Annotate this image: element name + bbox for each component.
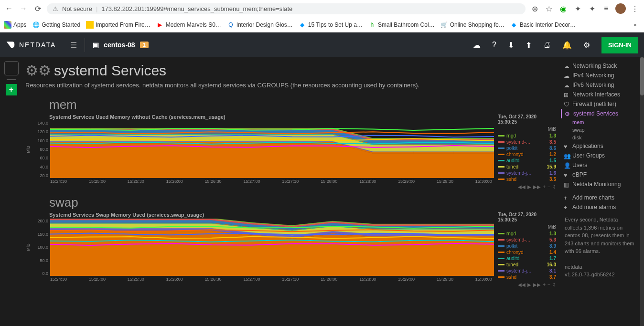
sidebar-item-label: eBPF <box>572 171 587 178</box>
url-text: 173.82.202.201:19999/#menu_services_subm… <box>101 5 292 12</box>
forward-button[interactable]: → <box>18 3 29 14</box>
legend-item[interactable]: rngd 1.3 <box>498 133 556 139</box>
sidebar-item-users[interactable]: 👤 Users <box>561 160 638 170</box>
apps-button[interactable]: Apps <box>4 21 26 29</box>
legend-name: systemd-… <box>506 139 547 145</box>
legend-name: polkit <box>506 146 547 151</box>
netdata-logo-icon <box>6 40 15 50</box>
sidebar-sub-swap[interactable]: swap <box>561 126 638 134</box>
legend-item[interactable]: rngd 1.3 <box>498 231 556 237</box>
url-bar[interactable]: ⚠ Not secure | 173.82.202.201:19999/#men… <box>47 3 526 14</box>
minus-icon[interactable]: − <box>547 282 550 287</box>
cogs-icon: ⚙⚙ <box>25 62 51 79</box>
bookmark-item[interactable]: hSmall Bathroom Col… <box>368 21 435 29</box>
plus-icon[interactable]: + <box>543 184 546 189</box>
legend-item[interactable]: sshd 3.5 <box>498 176 556 182</box>
bookmark-item[interactable]: ◆Basic Interior Decor… <box>510 21 576 29</box>
legend-value: 1.2 <box>549 152 556 157</box>
legend-item[interactable]: systemd-j… 1.6 <box>498 170 556 176</box>
help-icon[interactable]: ? <box>492 41 496 49</box>
bookmark-item[interactable]: Imported From Fire… <box>86 21 150 29</box>
legend-item[interactable]: systemd-j… 8.1 <box>498 268 556 274</box>
legend-item[interactable]: polkit 8.9 <box>498 243 556 249</box>
barchart-icon: ▥ <box>564 181 569 187</box>
rail-space[interactable] <box>4 61 19 75</box>
forward-icon[interactable]: ▶▶ <box>533 184 541 189</box>
sidebar-item-firewall-netfilter-[interactable]: 🛡 Firewall (netfilter) <box>561 99 638 109</box>
legend-item[interactable]: systemd-… 3.5 <box>498 139 556 145</box>
sidebar-item-ebpf[interactable]: ♥ eBPF <box>561 170 638 179</box>
legend-item[interactable]: auditd 1.7 <box>498 255 556 262</box>
signin-button[interactable]: SIGN-IN <box>601 37 638 53</box>
legend-item[interactable]: auditd 1.5 <box>498 158 556 164</box>
reload-button[interactable]: ⟳ <box>32 3 43 14</box>
sidebar-item-applications[interactable]: ♥ Applications <box>561 141 638 151</box>
reading-list-icon[interactable]: ≡ <box>601 3 612 14</box>
sidebar-item-user-groups[interactable]: 👥 User Groups <box>561 151 638 160</box>
sidebar-stats: Every second, Netdata collects 1,396 met… <box>561 212 638 259</box>
bookmarks-overflow[interactable]: » <box>630 20 640 30</box>
sidebar-item-ipv6-networking[interactable]: ☁ IPv6 Networking <box>561 80 638 90</box>
bookmark-item[interactable]: QInterior Design Glos… <box>227 21 293 29</box>
hamburger-icon[interactable]: ☰ <box>70 41 77 50</box>
rewind-icon[interactable]: ◀◀ <box>518 282 526 287</box>
print-icon[interactable]: 🖨 <box>543 41 551 49</box>
sidebar-item-systemd-services[interactable]: ⚙ systemd Services <box>561 109 638 118</box>
play-icon[interactable]: ▶ <box>527 184 531 189</box>
back-button[interactable]: ← <box>4 3 14 14</box>
download-icon[interactable]: ⬇ <box>508 41 514 50</box>
extension-icon-1[interactable]: ◉ <box>558 3 569 14</box>
bookmark-item[interactable]: 🛒Online Shopping fo… <box>440 21 504 29</box>
legend-swatch <box>498 154 504 155</box>
sidebar-sub-mem[interactable]: mem <box>561 118 638 126</box>
legend-item[interactable]: chronyd 1.2 <box>498 151 556 158</box>
legend-name: tuned <box>506 262 545 267</box>
scrollbar-thumb[interactable] <box>640 57 644 95</box>
bell-icon[interactable]: 🔔 <box>562 41 572 50</box>
sidebar-item-label: User Groups <box>572 152 605 159</box>
cloud-icon[interactable]: ☁ <box>473 41 481 50</box>
play-icon[interactable]: ▶ <box>527 282 531 287</box>
legend-item[interactable]: polkit 8.6 <box>498 145 556 151</box>
bookmark-item[interactable]: ◆15 Tips to Set Up a… <box>299 21 363 29</box>
legend-item[interactable]: tuned 16.0 <box>498 262 556 268</box>
add-space-button[interactable]: + <box>6 84 17 95</box>
bookmark-item[interactable]: ▶Modern Marvels S0… <box>156 21 221 29</box>
bookmark-item[interactable]: 🌐Getting Started <box>32 21 80 29</box>
menu-icon[interactable]: ⋮ <box>630 3 640 14</box>
sidebar-item-label: Networking Stack <box>572 63 617 69</box>
forward-icon[interactable]: ▶▶ <box>533 282 541 287</box>
legend-item[interactable]: sshd 3.7 <box>498 274 556 280</box>
star-icon[interactable]: ☆ <box>544 3 554 14</box>
scrollbar[interactable] <box>640 57 644 326</box>
resize-icon[interactable]: ⇕ <box>552 282 556 287</box>
extension-icon-2[interactable]: ✦ <box>572 3 583 14</box>
profile-avatar[interactable] <box>615 3 626 14</box>
resize-icon[interactable]: ⇕ <box>552 184 556 189</box>
sidebar-item-netdata-monitoring[interactable]: ▥ Netdata Monitoring <box>561 179 638 189</box>
gear-icon[interactable]: ⚙ <box>583 41 590 50</box>
chart-title: Systemd Services Used Memory without Cac… <box>49 114 494 120</box>
rewind-icon[interactable]: ◀◀ <box>518 184 526 189</box>
sidebar-item-ipv4-networking[interactable]: ☁ IPv4 Networking <box>561 71 638 80</box>
add-more-alarms[interactable]: +Add more alarms <box>561 202 638 212</box>
zoom-icon[interactable]: ⊕ <box>529 3 540 14</box>
legend-item[interactable]: systemd-… 5.3 <box>498 237 556 243</box>
sidebar-sub-disk[interactable]: disk <box>561 134 638 141</box>
legend-item[interactable]: tuned 15.9 <box>498 164 556 170</box>
sidebar-item-networking-stack[interactable]: ☁ Networking Stack <box>561 61 638 71</box>
chart-plot-area[interactable] <box>50 121 494 178</box>
sidebar-item-network-interfaces[interactable]: ⊞ Network Interfaces <box>561 90 638 99</box>
cloud-icon: ☁ <box>564 63 569 69</box>
rail-divider <box>7 79 16 80</box>
plus-icon[interactable]: + <box>543 282 546 287</box>
add-more-charts[interactable]: +Add more charts <box>561 193 638 202</box>
host-selector[interactable]: ▣ centos-08 1 <box>93 41 148 49</box>
plus-icon: + <box>564 204 569 210</box>
extensions-icon[interactable]: ✦ <box>587 3 597 14</box>
chart-plot-area[interactable] <box>50 219 494 276</box>
upload-icon[interactable]: ⬆ <box>526 41 532 50</box>
minus-icon[interactable]: − <box>547 184 550 189</box>
logo[interactable]: NETDATA <box>6 40 56 50</box>
legend-item[interactable]: chronyd 1.4 <box>498 249 556 255</box>
